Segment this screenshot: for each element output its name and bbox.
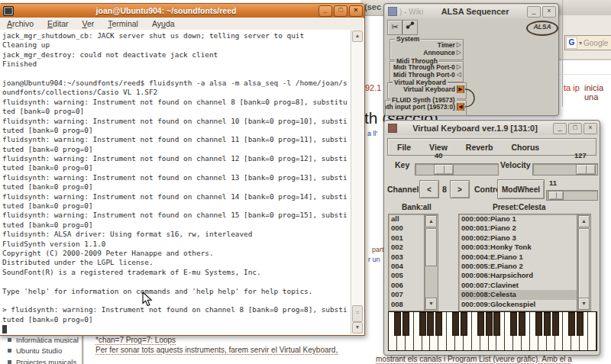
maximize-button[interactable]: □ xyxy=(568,123,582,134)
port-icon[interactable]: ◀ xyxy=(457,103,464,111)
menu-item[interactable]: Chorus xyxy=(502,143,548,152)
sidebar-link[interactable]: Informàtica musical xyxy=(6,334,81,346)
piano-black-key[interactable] xyxy=(486,312,493,336)
piano-keyboard[interactable] xyxy=(388,311,597,351)
modwheel-button[interactable]: ModWheel xyxy=(497,179,545,199)
port-icon[interactable]: ▶ xyxy=(457,85,464,93)
bank-list[interactable]: all000001002003004005006007008 xyxy=(388,214,425,311)
link-fragment-1[interactable]: ta ip xyxy=(564,83,580,92)
close-button[interactable]: × xyxy=(584,123,597,134)
preset-list-item[interactable]: 000:000:Piano 1 xyxy=(459,214,577,224)
scrollbar-thumb[interactable] xyxy=(425,228,437,266)
menu-item[interactable]: Ayuda xyxy=(145,19,182,28)
preset-list-item[interactable]: 000:002:Piano 3 xyxy=(459,234,577,243)
key-slider-thumb[interactable] xyxy=(434,164,454,175)
menu-item[interactable]: File xyxy=(388,143,420,152)
menu-item[interactable]: Terminal xyxy=(101,19,145,28)
piano-black-key[interactable] xyxy=(493,312,500,336)
scroll-up-button[interactable]: ▲ xyxy=(425,215,437,227)
piano-black-key[interactable] xyxy=(535,312,542,336)
close-button[interactable]: × xyxy=(349,5,363,17)
piano-black-key[interactable] xyxy=(544,312,551,336)
terminal-output[interactable]: jack_mgr_shutdown_cb: JACK server shut u… xyxy=(0,30,351,334)
piano-black-key[interactable] xyxy=(419,312,426,336)
control-slider-thumb[interactable] xyxy=(548,191,564,200)
link-fragment-2[interactable]: inicia una xyxy=(584,83,611,101)
scroll-down-button[interactable]: ▼ xyxy=(425,298,437,310)
piano-black-key[interactable] xyxy=(427,312,434,336)
scroll-down-button[interactable]: ▼ xyxy=(578,298,590,310)
terminal-titlebar[interactable]: joan@Ubuntu904: ~/soundfonts/reed _ □ × xyxy=(0,4,364,18)
terminal-scrollbar[interactable]: ▲ = ▼ xyxy=(351,30,364,334)
preset-list-item[interactable]: 000:008:Celesta xyxy=(459,290,577,299)
bank-list-item[interactable]: all xyxy=(389,214,424,224)
bank-scrollbar[interactable]: ▲ ▼ xyxy=(424,214,438,311)
bank-list-item[interactable]: 003 xyxy=(389,253,424,262)
alsa-port-row[interactable]: Virtual Keyboard ▶ xyxy=(388,85,466,93)
piano-black-key[interactable] xyxy=(452,312,459,336)
piano-black-key[interactable] xyxy=(394,312,401,336)
port-icon[interactable]: ▷ xyxy=(457,63,461,71)
piano-black-key[interactable] xyxy=(552,312,559,336)
menu-item[interactable]: Reverb xyxy=(457,143,503,152)
preset-list-item[interactable]: 000:007:Clavinet xyxy=(459,281,577,290)
preset-list-item[interactable]: 000:004:E.Piano 1 xyxy=(459,253,577,262)
vk-titlebar[interactable]: Virtual Keyboard ver.1.9 [131:0] _ □ × xyxy=(385,121,599,135)
piano-black-key[interactable] xyxy=(435,312,442,336)
preset-list-item[interactable]: 000:009:Glockenspiel xyxy=(459,300,577,309)
piano-black-key[interactable] xyxy=(519,312,525,336)
alsa-port-row[interactable]: ynth input port (19573:0) ◀ xyxy=(386,103,466,111)
alsa-titlebar[interactable]: ) - Wiki ALSA Sequencer _ × xyxy=(385,5,558,18)
menu-item[interactable]: Archivo xyxy=(0,19,40,28)
scroll-up-button[interactable]: ▲ xyxy=(578,215,590,227)
disconnect-button[interactable]: ✂ xyxy=(387,20,402,35)
channel-decrement-button[interactable]: < xyxy=(419,180,439,198)
alsa-port-row[interactable]: Midi Through Port-0 ◁ xyxy=(390,71,463,79)
sidebar-link[interactable]: Ubuntu Studio xyxy=(6,346,81,357)
port-icon[interactable]: ▷ xyxy=(457,41,461,49)
minimize-button[interactable]: _ xyxy=(318,5,332,17)
bank-list-item[interactable]: 000 xyxy=(389,224,424,233)
velocity-slider-thumb[interactable] xyxy=(576,164,596,175)
chevron-down-icon[interactable]: ▾ xyxy=(579,40,582,47)
menu-item[interactable]: Editar xyxy=(40,19,75,28)
close-button[interactable]: × xyxy=(542,6,556,18)
preset-scrollbar[interactable]: ▲ ▼ xyxy=(577,214,591,311)
maximize-button[interactable]: □ xyxy=(334,5,348,17)
minimize-button[interactable]: _ xyxy=(553,123,567,134)
minimize-button[interactable]: _ xyxy=(527,6,541,18)
piano-black-key[interactable] xyxy=(402,312,409,336)
bank-list-item[interactable]: 002 xyxy=(389,243,424,252)
bank-list-item[interactable]: 008 xyxy=(389,300,424,309)
scrollbar-thumb[interactable]: = xyxy=(352,305,363,322)
preset-list-item[interactable]: 000:006:Harpsichord xyxy=(459,271,577,280)
menu-item[interactable]: View xyxy=(420,143,457,152)
velocity-slider[interactable] xyxy=(532,163,598,176)
connect-button[interactable] xyxy=(402,20,418,35)
scroll-up-button[interactable]: ▲ xyxy=(352,31,363,42)
alsa-port-row[interactable]: Announce ▷ xyxy=(390,49,463,56)
piano-black-key[interactable] xyxy=(510,312,517,336)
scrollbar-thumb[interactable] xyxy=(578,228,590,298)
piano-black-key[interactable] xyxy=(461,312,467,336)
bank-list-item[interactable]: 004 xyxy=(389,262,424,271)
port-icon[interactable]: ◁ xyxy=(457,71,461,79)
scroll-down-button[interactable]: ▼ xyxy=(352,322,363,333)
menu-item[interactable]: Ver xyxy=(75,19,101,28)
bank-list-item[interactable]: 007 xyxy=(389,290,424,299)
search-input[interactable]: G ▾ Google xyxy=(564,35,611,50)
port-icon[interactable]: ▷ xyxy=(457,49,461,56)
preset-list-item[interactable]: 000:001:Piano 2 xyxy=(459,224,577,233)
piano-black-key[interactable] xyxy=(568,312,575,336)
bank-list-item[interactable]: 006 xyxy=(389,281,424,290)
control-slider[interactable] xyxy=(546,190,598,201)
piano-white-key[interactable] xyxy=(588,312,596,350)
preset-list-item[interactable]: 000:003:Honky Tonk xyxy=(459,243,577,252)
preset-list[interactable]: 000:000:Piano 1000:001:Piano 2000:002:Pi… xyxy=(458,214,577,311)
piano-black-key[interactable] xyxy=(477,312,484,336)
bank-list-item[interactable]: 001 xyxy=(389,234,424,243)
bank-list-item[interactable]: 005 xyxy=(389,271,424,280)
preset-list-item[interactable]: 000:005:E.Piano 2 xyxy=(459,262,577,271)
piano-black-key[interactable] xyxy=(577,312,584,336)
sidebar-link[interactable]: Projectes musicals xyxy=(6,356,81,364)
